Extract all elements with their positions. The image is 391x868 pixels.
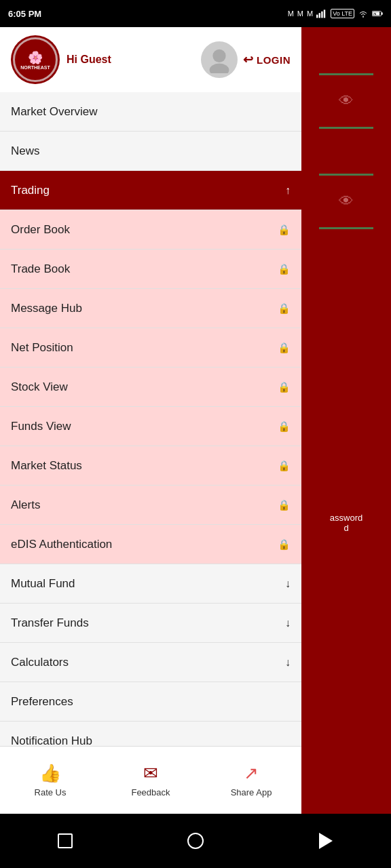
green-line-2 xyxy=(319,127,373,129)
svg-rect-1 xyxy=(319,13,320,18)
android-back-button[interactable] xyxy=(52,827,79,854)
password-text: asswordd xyxy=(301,506,391,540)
menu-label-funds-view: Funds View xyxy=(11,420,71,433)
lock-icon: 🔒 xyxy=(278,224,291,236)
menu-label-transfer-funds: Transfer Funds xyxy=(11,616,89,630)
menu-item-trade-book[interactable]: Trade Book🔒 xyxy=(0,250,301,289)
green-line-1 xyxy=(319,73,373,75)
lock-icon: 🔒 xyxy=(278,420,291,433)
menu-item-alerts[interactable]: Alerts🔒 xyxy=(0,486,301,525)
lock-icon: 🔒 xyxy=(278,381,291,393)
square-icon xyxy=(58,833,73,848)
svg-rect-3 xyxy=(324,9,325,18)
green-line-3 xyxy=(319,174,373,176)
right-background: 👁 👁 asswordd xyxy=(301,27,391,814)
menu-item-stock-view[interactable]: Stock View🔒 xyxy=(0,368,301,407)
circle-icon xyxy=(187,833,204,849)
avatar-icon xyxy=(206,46,233,73)
svg-point-8 xyxy=(212,50,225,62)
arrow-up-icon: ↑ xyxy=(285,184,291,197)
menu-label-trading: Trading xyxy=(11,184,50,197)
menu-label-message-hub: Message Hub xyxy=(11,302,82,315)
status-time: 6:05 PM xyxy=(8,9,41,19)
android-nav-bar xyxy=(0,814,391,868)
login-icon: ↩ xyxy=(243,52,254,67)
lock-icon: 🔒 xyxy=(278,499,291,511)
avatar xyxy=(201,41,238,78)
eye-icon-1: 👁 xyxy=(339,92,354,110)
android-recents-button[interactable] xyxy=(312,827,339,854)
logo-flower-icon: 🌸 xyxy=(28,50,43,65)
triangle-icon xyxy=(319,833,333,849)
menu-item-market-overview[interactable]: Market Overview xyxy=(0,92,301,132)
svg-rect-5 xyxy=(381,12,383,14)
logo-inner: 🌸 NORTHEAST xyxy=(13,37,58,82)
menu-label-order-book: Order Book xyxy=(11,223,70,237)
share-icon: ↗ xyxy=(244,763,259,784)
menu-label-calculators: Calculators xyxy=(11,656,69,669)
feedback-nav-item[interactable]: ✉ Feedback xyxy=(100,763,201,797)
carrier-icon-3: M xyxy=(307,9,313,18)
menu-item-calculators[interactable]: Calculators↓ xyxy=(0,643,301,682)
menu-header: 🌸 NORTHEAST Hi Guest ↩ LOGIN xyxy=(0,27,301,92)
carrier-icon-2: M xyxy=(297,9,303,18)
share-app-label: Share App xyxy=(231,787,272,797)
menu-list: Market OverviewNewsTrading↑Order Book🔒Tr… xyxy=(0,92,301,800)
greeting-text: Hi Guest xyxy=(67,54,111,66)
email-icon: ✉ xyxy=(143,763,158,784)
login-button[interactable]: ↩ LOGIN xyxy=(243,52,291,67)
login-label: LOGIN xyxy=(257,54,291,66)
menu-label-net-position: Net Position xyxy=(11,341,73,355)
svg-rect-2 xyxy=(321,12,322,18)
menu-label-preferences: Preferences xyxy=(11,695,73,709)
status-bar: 6:05 PM M M M Vo LTE 76 xyxy=(0,0,391,27)
menu-item-trading[interactable]: Trading↑ xyxy=(0,171,301,210)
eye-icon-2: 👁 xyxy=(339,193,354,210)
wifi-icon xyxy=(358,8,369,19)
eye-row-1: 👁 xyxy=(301,81,391,121)
battery-icon: 76 xyxy=(372,8,383,19)
menu-label-market-status: Market Status xyxy=(11,459,82,473)
svg-point-9 xyxy=(209,64,229,73)
menu-item-order-book[interactable]: Order Book🔒 xyxy=(0,210,301,250)
login-area[interactable]: ↩ LOGIN xyxy=(201,41,291,78)
svg-rect-0 xyxy=(316,15,318,18)
eye-row-2: 👁 xyxy=(301,181,391,222)
volte-icon: Vo LTE xyxy=(331,9,354,18)
bottom-navigation: 👍 Rate Us ✉ Feedback ↗ Share App xyxy=(0,746,301,814)
lock-icon: 🔒 xyxy=(278,342,291,354)
menu-item-transfer-funds[interactable]: Transfer Funds↓ xyxy=(0,604,301,643)
menu-item-funds-view[interactable]: Funds View🔒 xyxy=(0,407,301,446)
android-home-button[interactable] xyxy=(182,827,209,854)
svg-text:76: 76 xyxy=(373,12,377,16)
menu-label-market-overview: Market Overview xyxy=(11,105,98,119)
menu-label-edis-auth: eDIS Authentication xyxy=(11,538,112,551)
status-icons: M M M Vo LTE 76 xyxy=(288,8,383,19)
rate-us-nav-item[interactable]: 👍 Rate Us xyxy=(0,763,100,797)
rate-us-label: Rate Us xyxy=(35,787,67,797)
carrier-icon-1: M xyxy=(288,9,294,18)
logo-text: NORTHEAST xyxy=(20,65,50,70)
thumb-up-icon: 👍 xyxy=(39,763,61,784)
menu-item-news[interactable]: News xyxy=(0,132,301,171)
arrow-down-icon: ↓ xyxy=(285,656,291,669)
menu-label-stock-view: Stock View xyxy=(11,380,68,394)
menu-label-trade-book: Trade Book xyxy=(11,262,70,276)
menu-item-mutual-fund[interactable]: Mutual Fund↓ xyxy=(0,564,301,604)
lock-icon: 🔒 xyxy=(278,538,291,551)
lock-icon: 🔒 xyxy=(278,460,291,472)
lock-icon: 🔒 xyxy=(278,263,291,275)
app-logo: 🌸 NORTHEAST xyxy=(11,35,60,84)
menu-item-edis-auth[interactable]: eDIS Authentication🔒 xyxy=(0,525,301,564)
menu-item-message-hub[interactable]: Message Hub🔒 xyxy=(0,289,301,328)
lock-icon: 🔒 xyxy=(278,302,291,315)
menu-item-preferences[interactable]: Preferences xyxy=(0,682,301,722)
arrow-down-icon: ↓ xyxy=(285,617,291,629)
menu-item-market-status[interactable]: Market Status🔒 xyxy=(0,446,301,486)
menu-item-net-position[interactable]: Net Position🔒 xyxy=(0,328,301,368)
green-line-4 xyxy=(319,227,373,229)
share-app-nav-item[interactable]: ↗ Share App xyxy=(201,763,301,797)
arrow-down-icon: ↓ xyxy=(285,578,291,590)
menu-label-alerts: Alerts xyxy=(11,498,40,512)
logo-area: 🌸 NORTHEAST Hi Guest xyxy=(11,35,111,84)
